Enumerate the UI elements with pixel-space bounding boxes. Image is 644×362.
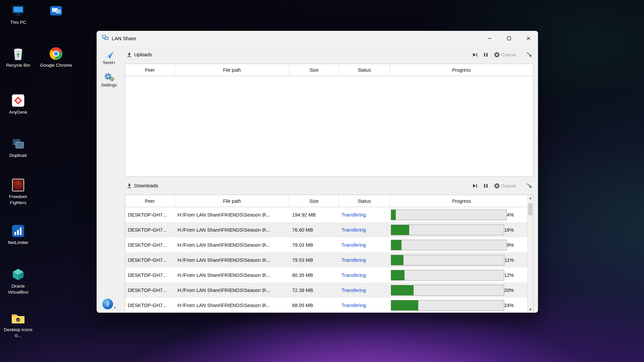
clear-finished-button[interactable] xyxy=(526,52,533,58)
progress-fill xyxy=(391,285,414,295)
cell-progress: 24% xyxy=(390,298,533,313)
anydesk-icon xyxy=(1,93,36,108)
downloads-title: Downloads xyxy=(134,183,158,188)
desktop-icon-remote-viewer[interactable] xyxy=(39,3,73,19)
sidebar: Send▾ Settings i ▾ xyxy=(97,46,121,313)
cell-path: H:/From LAN Share\FRIENDS\Season 9\... xyxy=(175,252,289,267)
desktop-icon-netlimiter[interactable]: NetLimiter xyxy=(1,224,36,246)
settings-gears-icon xyxy=(104,72,114,82)
progress-label: 9% xyxy=(507,242,514,248)
broom-icon xyxy=(526,183,533,189)
progress-bar xyxy=(391,285,504,296)
downloads-table: Peer File path Size Status Progress DESK… xyxy=(125,195,533,313)
column-header[interactable]: File path xyxy=(175,64,289,76)
cell-status: Transfering xyxy=(339,237,390,252)
progress-bar xyxy=(391,240,507,250)
chevron-down-icon: ▾ xyxy=(114,306,116,309)
cell-path: H:/From LAN Share\FRIENDS\Season 9\... xyxy=(175,222,289,237)
desktop-icon-freedom-fighters[interactable]: Freedom Fighters xyxy=(1,178,36,205)
column-header[interactable]: Size xyxy=(289,195,339,207)
column-header[interactable]: Peer xyxy=(125,64,175,76)
column-header[interactable]: Status xyxy=(339,195,390,207)
cell-progress: 16% xyxy=(390,222,533,237)
table-row[interactable]: DESKTOP-GH7... H:/From LAN Share\FRIENDS… xyxy=(125,222,533,237)
column-header[interactable]: Status xyxy=(339,64,390,76)
app-icon xyxy=(102,35,109,42)
resume-all-button[interactable] xyxy=(472,52,478,57)
desktop-icon-desktop-icons-folder[interactable]: Desktop Icons 0... xyxy=(1,311,36,339)
cell-size: 79.53 MB xyxy=(289,252,339,267)
vertical-scrollbar[interactable]: ▲ ▼ xyxy=(527,195,533,312)
cell-status: Transfering xyxy=(339,267,390,283)
pause-icon xyxy=(484,183,488,188)
table-row[interactable]: DESKTOP-GH7... H:/From LAN Share\FRIENDS… xyxy=(125,283,533,298)
netlimiter-icon xyxy=(1,224,36,238)
scroll-down-icon[interactable]: ▼ xyxy=(528,307,533,312)
column-header[interactable]: File path xyxy=(175,195,289,207)
table-row[interactable]: DESKTOP-GH7... H:/From LAN Share\FRIENDS… xyxy=(125,207,533,222)
uploads-toolbar: Uploads xyxy=(125,46,533,64)
progress-label: 24% xyxy=(504,303,514,308)
cell-path: H:/From LAN Share\FRIENDS\Season 9\... xyxy=(175,298,289,313)
desktop-icon-this-pc[interactable]: This PC xyxy=(1,3,36,25)
pause-all-button[interactable] xyxy=(484,183,488,188)
pause-all-button[interactable] xyxy=(484,52,488,57)
cancel-icon xyxy=(494,183,500,189)
table-row[interactable]: DESKTOP-GH7... H:/From LAN Share\FRIENDS… xyxy=(125,267,533,283)
maximize-button[interactable] xyxy=(499,31,519,46)
download-icon xyxy=(127,183,132,188)
desktop-icon-oracle-virtualbox[interactable]: Oracle VirtualBox xyxy=(1,267,36,295)
clear-finished-button[interactable] xyxy=(526,183,533,189)
send-icon xyxy=(104,50,114,59)
resume-all-button[interactable] xyxy=(472,183,478,188)
table-row[interactable]: DESKTOP-GH7... H:/From LAN Share\FRIENDS… xyxy=(125,252,533,267)
column-header[interactable]: Peer xyxy=(125,195,175,207)
titlebar[interactable]: LAN Share xyxy=(97,31,538,46)
desktop-icon-anydesk[interactable]: AnyDesk xyxy=(1,93,36,115)
minimize-button[interactable] xyxy=(480,31,499,46)
close-button[interactable] xyxy=(519,31,538,46)
cancel-all-button[interactable]: Cancel xyxy=(494,52,516,58)
progress-fill xyxy=(391,210,396,220)
about-button[interactable]: i ▾ xyxy=(102,299,116,309)
table-row[interactable]: DESKTOP-GH7... H:/From LAN Share\FRIENDS… xyxy=(125,237,533,252)
send-button[interactable]: Send▾ xyxy=(103,48,115,67)
desktop-icon-google-chrome[interactable]: Google Chrome xyxy=(39,46,73,68)
progress-bar xyxy=(391,255,504,265)
downloads-toolbar: Downloads xyxy=(125,177,533,195)
icon-label: This PC xyxy=(1,19,36,25)
icon-label: Desktop Icons 0... xyxy=(1,327,36,339)
settings-label: Settings xyxy=(101,82,117,87)
cell-progress: 20% xyxy=(390,283,533,298)
table-row[interactable]: DESKTOP-GH7... H:/From LAN Share\FRIENDS… xyxy=(125,298,533,313)
column-header[interactable]: Progress xyxy=(390,64,533,76)
progress-label: 20% xyxy=(504,288,514,293)
settings-button[interactable]: Settings xyxy=(101,70,117,89)
progress-bar xyxy=(391,209,507,220)
cell-progress: 12% xyxy=(390,267,533,283)
info-icon: i xyxy=(102,299,113,309)
desktop-icon-duplicati[interactable]: Duplicati xyxy=(1,136,36,159)
progress-label: 4% xyxy=(507,212,514,218)
desktop-icon-recycle-bin[interactable]: Recycle Bin xyxy=(1,46,36,68)
cell-status: Transfering xyxy=(339,222,390,237)
column-header[interactable]: Size xyxy=(289,64,339,76)
cell-size: 79.03 MB xyxy=(289,237,339,252)
scroll-up-icon[interactable]: ▲ xyxy=(528,195,533,201)
column-header[interactable]: Progress xyxy=(390,195,533,207)
progress-fill xyxy=(391,240,401,250)
cell-path: H:/From LAN Share\FRIENDS\Season 9\... xyxy=(175,267,289,283)
cancel-all-button[interactable]: Cancel xyxy=(494,183,516,189)
progress-bar xyxy=(391,270,504,281)
cell-size: 194.92 MB xyxy=(289,207,339,222)
this-pc-icon xyxy=(1,3,36,18)
main-panel: Uploads xyxy=(121,46,538,313)
cell-peer: DESKTOP-GH7... xyxy=(125,252,175,267)
downloads-table-header: Peer File path Size Status Progress xyxy=(125,195,533,207)
progress-fill xyxy=(391,225,409,235)
cell-status: Transfering xyxy=(339,207,390,222)
progress-bar xyxy=(391,300,504,311)
scrollbar-thumb[interactable] xyxy=(528,203,532,215)
progress-bar xyxy=(391,225,504,235)
cell-path: H:/From LAN Share\FRIENDS\Season 9\... xyxy=(175,237,289,252)
